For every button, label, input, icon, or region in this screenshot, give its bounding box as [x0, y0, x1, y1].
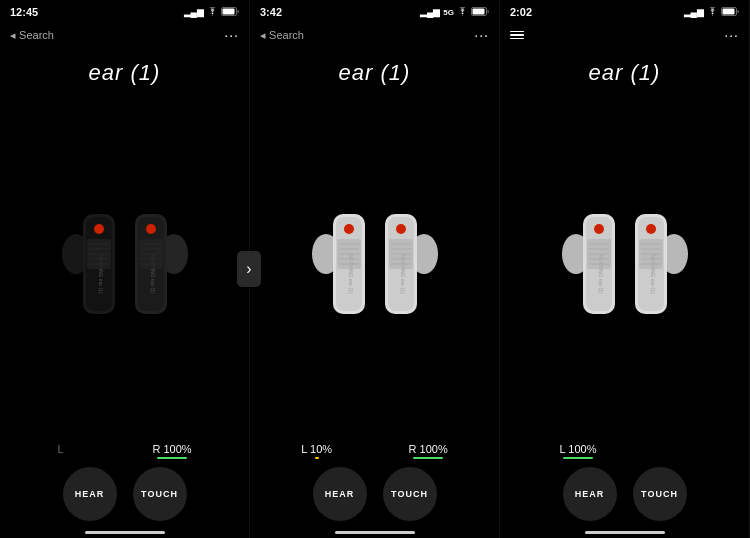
earbuds-2: NOTHING ear (1) NOTHING ear (1): [255, 94, 494, 439]
left-earbud-2: NOTHING ear (1): [311, 204, 371, 329]
right-battery-text-2: R 100%: [409, 443, 448, 455]
right-earbud-1: NOTHING ear (1): [129, 204, 189, 329]
right-battery-label-1: R 100%: [152, 443, 191, 459]
menu-dots-1[interactable]: ···: [224, 27, 239, 43]
right-earbud-svg-2: NOTHING ear (1): [379, 204, 439, 329]
top-bar-2: ◂ Search ···: [250, 22, 499, 50]
svg-point-41: [396, 224, 406, 234]
earbuds-3: NOTHING ear (1) NOTHING ear (1): [505, 94, 744, 439]
home-indicator-1: [85, 531, 165, 534]
earbuds-1: NOTHING ear (1) NOT: [5, 94, 244, 439]
chevron-icon: ›: [246, 260, 251, 278]
bottom-buttons-3: HEAR TOUCH: [505, 459, 744, 531]
top-bar-3: ···: [500, 22, 749, 50]
svg-rect-1: [223, 8, 235, 14]
status-bar-1: 12:45 ▂▄▆: [0, 0, 249, 22]
svg-point-30: [344, 224, 354, 234]
right-earbud-2: NOTHING ear (1): [379, 204, 439, 329]
time-1: 12:45: [10, 6, 38, 18]
back-arrow-2[interactable]: ◂ Search: [260, 29, 304, 42]
battery-labels-1: L R 100%: [5, 439, 244, 459]
signal-icon-1: ▂▄▆: [184, 7, 204, 17]
menu-dots-3[interactable]: ···: [724, 27, 739, 43]
time-3: 2:02: [510, 6, 532, 18]
left-battery-text-2: L 10%: [301, 443, 332, 455]
battery-labels-3: L 100%: [505, 439, 744, 459]
hear-button-3[interactable]: HEAR: [563, 467, 617, 521]
battery-icon-2: [471, 7, 489, 18]
status-icons-2: ▂▄▆ 5G: [420, 7, 489, 18]
touch-button-1[interactable]: TOUCH: [133, 467, 187, 521]
left-battery-label-1: L: [57, 443, 63, 459]
left-battery-label-3: L 100%: [560, 443, 597, 459]
chevron-button[interactable]: ›: [237, 251, 261, 287]
left-battery-text-1: L: [57, 443, 63, 455]
hamburger-line-2: [510, 34, 524, 36]
top-bar-1: ◂ Search ···: [0, 22, 249, 50]
product-title-3: ear (1): [589, 60, 661, 86]
battery-icon-3: [721, 7, 739, 18]
time-2: 3:42: [260, 6, 282, 18]
back-arrow-1[interactable]: ◂ Search: [10, 29, 54, 42]
signal-icon-2: ▂▄▆: [420, 7, 440, 17]
bottom-buttons-1: HEAR TOUCH: [5, 459, 244, 531]
svg-point-6: [94, 224, 104, 234]
phone-screen-3: 2:02 ▂▄▆: [500, 0, 750, 538]
wifi-icon-2: [457, 7, 468, 18]
menu-dots-2[interactable]: ···: [474, 27, 489, 43]
main-content-1: ear (1) NOTHING ear (1): [0, 50, 249, 531]
status-icons-3: ▂▄▆: [684, 7, 739, 18]
left-earbud-svg-2: NOTHING ear (1): [311, 204, 371, 329]
svg-point-17: [146, 224, 156, 234]
touch-button-3[interactable]: TOUCH: [633, 467, 687, 521]
right-earbud-svg-3: NOTHING ear (1): [629, 204, 689, 329]
status-icons-1: ▂▄▆: [184, 7, 239, 18]
right-earbud-3: NOTHING ear (1): [629, 204, 689, 329]
hamburger-line-1: [510, 31, 524, 33]
hear-button-2[interactable]: HEAR: [313, 467, 367, 521]
hamburger-menu-3[interactable]: [510, 31, 524, 40]
home-indicator-2: [335, 531, 415, 534]
hear-button-1[interactable]: HEAR: [63, 467, 117, 521]
right-battery-text-1: R 100%: [152, 443, 191, 455]
left-battery-text-3: L 100%: [560, 443, 597, 455]
left-earbud-svg-3: NOTHING ear (1): [561, 204, 621, 329]
right-battery-label-2: R 100%: [409, 443, 448, 459]
right-earbud-svg-1: NOTHING ear (1): [129, 204, 189, 329]
phone-screen-2: 3:42 ▂▄▆ 5G ◂ Searc: [250, 0, 500, 538]
phone-screen-1: 12:45 ▂▄▆ ◂ Search: [0, 0, 250, 538]
main-content-2: ear (1) NOTHING ear (1): [250, 50, 499, 531]
battery-labels-2: L 10% R 100%: [255, 439, 494, 459]
main-content-3: ear (1) NOTHING ear (1): [500, 50, 749, 531]
home-indicator-3: [585, 531, 665, 534]
wifi-icon-1: [207, 7, 218, 18]
network-icon-2: 5G: [443, 8, 454, 17]
back-search-2[interactable]: ◂ Search: [260, 29, 304, 42]
signal-icon-3: ▂▄▆: [684, 7, 704, 17]
product-title-1: ear (1): [89, 60, 161, 86]
touch-button-2[interactable]: TOUCH: [383, 467, 437, 521]
svg-point-65: [646, 224, 656, 234]
left-earbud-3: NOTHING ear (1): [561, 204, 621, 329]
left-earbud-1: NOTHING ear (1): [61, 204, 121, 329]
wifi-icon-3: [707, 7, 718, 18]
left-earbud-svg-1: NOTHING ear (1): [61, 204, 121, 329]
hamburger-line-3: [510, 38, 524, 40]
bottom-buttons-2: HEAR TOUCH: [255, 459, 494, 531]
battery-icon-1: [221, 7, 239, 18]
status-bar-2: 3:42 ▂▄▆ 5G: [250, 0, 499, 22]
left-battery-label-2: L 10%: [301, 443, 332, 459]
product-title-2: ear (1): [339, 60, 411, 86]
back-search-1[interactable]: ◂ Search: [10, 29, 54, 42]
svg-point-54: [594, 224, 604, 234]
status-bar-3: 2:02 ▂▄▆: [500, 0, 749, 22]
svg-rect-49: [723, 8, 735, 14]
svg-rect-25: [473, 8, 485, 14]
